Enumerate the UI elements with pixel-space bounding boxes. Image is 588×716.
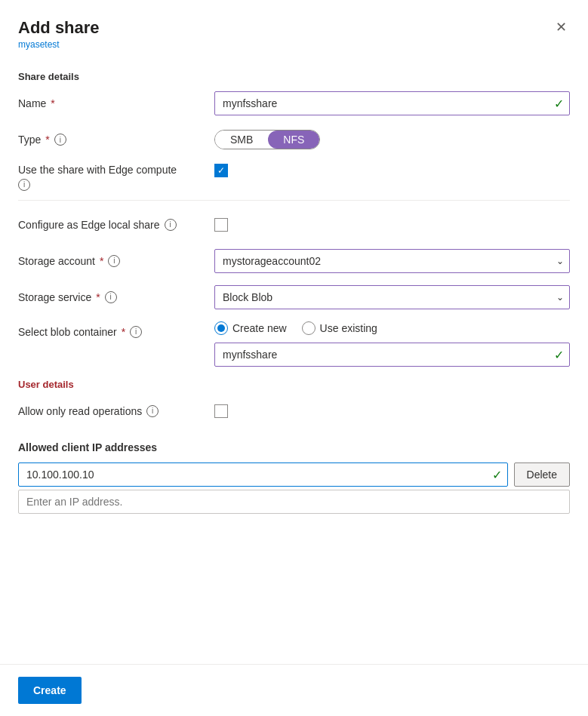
ip-input[interactable] (18, 462, 508, 487)
storage-service-required: * (96, 291, 100, 303)
blob-container-label: Select blob container * i (18, 321, 214, 338)
dialog-footer: Create (0, 664, 588, 716)
blob-container-input-wrapper: ✓ (214, 343, 570, 367)
type-info-icon: i (54, 134, 66, 146)
storage-service-row: Storage service * i Block Blob ⌄ (18, 285, 570, 309)
storage-account-label: Storage account * i (18, 255, 214, 267)
storage-service-select-wrapper: Block Blob ⌄ (214, 285, 570, 309)
allow-read-control (214, 404, 570, 418)
type-row: Type * i SMB NFS (18, 128, 570, 152)
allowed-ips-label: Allowed client IP addresses (18, 435, 570, 459)
close-icon: ✕ (556, 19, 567, 35)
ip-placeholder-wrapper (18, 490, 570, 514)
allow-read-checkbox[interactable] (214, 404, 228, 418)
edge-compute-label: Use the share with Edge compute (18, 164, 214, 176)
storage-account-row: Storage account * i mystorageaccount02 ⌄ (18, 249, 570, 273)
ip-entry-row: ✓ Delete (18, 462, 570, 487)
type-control: SMB NFS (214, 130, 570, 149)
divider (18, 200, 570, 201)
add-share-dialog: Add share myasetest ✕ Share details Name… (0, 0, 588, 716)
create-new-option[interactable]: Create new (214, 321, 287, 335)
name-input-wrapper: ✓ (214, 91, 570, 115)
blob-container-row: Select blob container * i Create new Use… (18, 321, 570, 367)
type-toggle: SMB NFS (214, 130, 320, 149)
storage-account-select-wrapper: mystorageaccount02 ⌄ (214, 249, 570, 273)
blob-container-info-icon: i (130, 326, 142, 338)
dialog-title: Add share (18, 18, 570, 38)
ip-checkmark: ✓ (492, 467, 502, 481)
create-new-radio[interactable] (214, 321, 228, 335)
name-input[interactable] (214, 91, 570, 115)
edge-compute-checkbox[interactable] (214, 164, 228, 177)
edge-compute-checkbox-wrapper (214, 164, 228, 177)
edge-compute-row: Use the share with Edge compute i (18, 164, 570, 191)
allow-read-row: Allow only read operations i (18, 399, 570, 423)
allow-read-info-icon: i (146, 405, 159, 417)
dialog-subtitle: myasetest (18, 39, 570, 50)
blob-container-required: * (122, 326, 125, 338)
name-required: * (51, 97, 54, 109)
allow-read-label: Allow only read operations i (18, 405, 214, 417)
dialog-header: Add share myasetest ✕ (0, 0, 588, 56)
storage-service-label: Storage service * i (18, 291, 214, 303)
use-existing-option[interactable]: Use existing (302, 321, 377, 335)
blob-radio-group: Create new Use existing (214, 321, 570, 335)
dialog-body: Share details Name * ✓ Type * i (0, 56, 588, 664)
blob-container-checkmark: ✓ (554, 347, 564, 361)
create-button[interactable]: Create (18, 677, 82, 704)
use-existing-label: Use existing (320, 322, 377, 334)
ip-table: ✓ Delete (18, 462, 570, 514)
edge-compute-sub: i (18, 177, 214, 191)
storage-service-control: Block Blob ⌄ (214, 285, 570, 309)
close-button[interactable]: ✕ (549, 15, 573, 39)
ip-addresses-section: Allowed client IP addresses ✓ Delete (18, 435, 570, 514)
user-details-label: User details (18, 379, 570, 390)
type-nfs-option[interactable]: NFS (268, 131, 319, 149)
edge-compute-label-wrap: Use the share with Edge compute i (18, 164, 214, 191)
edge-local-control (214, 218, 570, 232)
blob-container-input[interactable] (214, 343, 570, 367)
storage-service-select[interactable]: Block Blob (214, 285, 570, 309)
storage-account-info-icon: i (108, 255, 120, 267)
type-required: * (45, 134, 49, 146)
name-checkmark: ✓ (554, 97, 564, 111)
share-details-section-label: Share details (18, 71, 570, 82)
edge-compute-info-icon: i (18, 179, 30, 191)
storage-account-select[interactable]: mystorageaccount02 (214, 249, 570, 273)
type-smb-option[interactable]: SMB (215, 131, 268, 149)
edge-local-info-icon: i (165, 219, 177, 231)
storage-account-required: * (100, 255, 103, 267)
user-details-section: User details Allow only read operations … (18, 379, 570, 423)
create-new-label: Create new (232, 322, 287, 334)
delete-button[interactable]: Delete (514, 462, 570, 487)
type-label: Type * i (18, 134, 214, 146)
name-row: Name * ✓ (18, 91, 570, 115)
ip-placeholder-input[interactable] (18, 490, 570, 514)
use-existing-radio[interactable] (302, 321, 316, 335)
blob-container-control: Create new Use existing ✓ (214, 321, 570, 367)
edge-local-row: Configure as Edge local share i (18, 213, 570, 237)
edge-local-label: Configure as Edge local share i (18, 219, 214, 231)
storage-service-info-icon: i (105, 291, 117, 303)
name-control: ✓ (214, 91, 570, 115)
ip-placeholder-row (18, 490, 570, 514)
storage-account-control: mystorageaccount02 ⌄ (214, 249, 570, 273)
name-label: Name * (18, 97, 214, 109)
ip-input-wrapper: ✓ (18, 462, 508, 487)
edge-local-checkbox[interactable] (214, 218, 228, 232)
